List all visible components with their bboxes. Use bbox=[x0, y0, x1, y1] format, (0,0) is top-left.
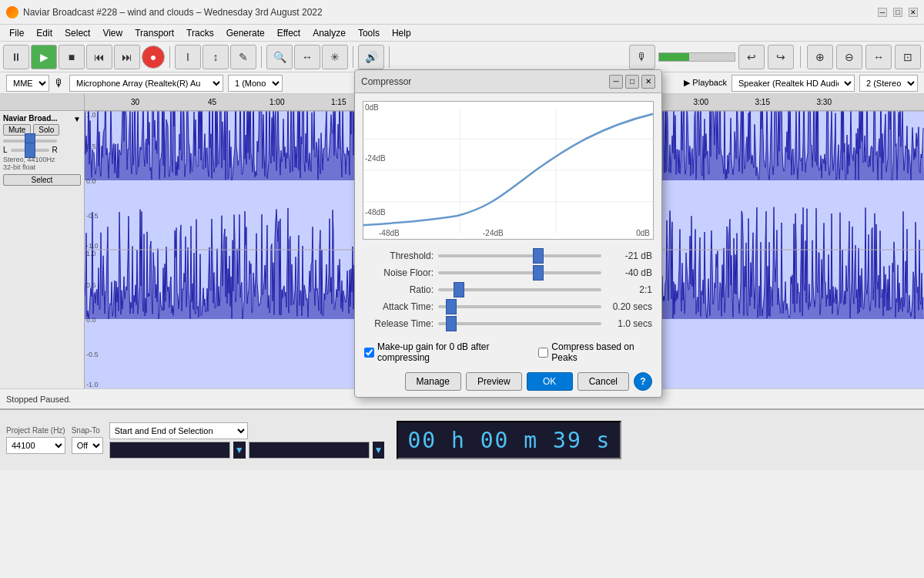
end-time-input[interactable]: 00 h 25 m 15.411 s bbox=[249, 442, 370, 459]
menu-edit[interactable]: Edit bbox=[30, 26, 59, 40]
play-button[interactable]: ▶ bbox=[31, 45, 57, 69]
zoom-selection[interactable]: ✳ bbox=[322, 45, 348, 69]
playback-label: ▶ Playback bbox=[684, 78, 727, 88]
skip-fwd-button[interactable]: ⏭ bbox=[114, 45, 140, 69]
undo-button[interactable]: ↩ bbox=[738, 45, 765, 69]
mic-device-select[interactable]: Microphone Array (Realtek(R) Au bbox=[69, 75, 223, 92]
graph-label-x-24db: -24dB bbox=[483, 229, 504, 237]
snap-to-label: Snap-To bbox=[72, 426, 103, 435]
select-button[interactable]: Select bbox=[3, 174, 81, 186]
menu-tools[interactable]: Tools bbox=[352, 26, 386, 40]
project-rate-section: Project Rate (Hz) 44100 bbox=[6, 426, 65, 454]
project-rate-label: Project Rate (Hz) bbox=[6, 426, 65, 435]
title-bar: Naviar Broadcast #228 – wind and clouds … bbox=[0, 0, 924, 25]
mic-icon[interactable]: 🎙 bbox=[629, 45, 655, 69]
ruler-tick-100: 1:00 bbox=[270, 98, 284, 106]
redo-button[interactable]: ↪ bbox=[768, 45, 794, 69]
preview-button[interactable]: Preview bbox=[466, 372, 522, 391]
audio-host-select[interactable]: MME bbox=[6, 75, 49, 92]
left-label: L bbox=[3, 146, 8, 154]
minimize-button[interactable]: ─ bbox=[878, 8, 887, 17]
track-lr: L R bbox=[3, 146, 81, 154]
zoom-track[interactable]: ⊡ bbox=[895, 45, 921, 69]
release-slider[interactable] bbox=[438, 322, 601, 325]
threshold-slider[interactable] bbox=[438, 254, 601, 257]
help-button[interactable]: ? bbox=[634, 372, 652, 391]
toolbar-separator-5 bbox=[800, 46, 801, 68]
bit-depth: 32-bit float bbox=[3, 163, 81, 171]
zoom-in[interactable]: 🔍 bbox=[266, 45, 293, 69]
ruler-spacer bbox=[0, 94, 85, 110]
graph-label-x-48db: -48dB bbox=[379, 229, 400, 237]
compressor-titlebar: Compressor ─ □ ✕ bbox=[355, 70, 661, 93]
compressor-controls: Threshold: -21 dB Noise Floor: -40 dB Ra… bbox=[355, 247, 661, 338]
noise-floor-slider[interactable] bbox=[438, 271, 601, 274]
graph-label-48db: -48dB bbox=[365, 208, 386, 217]
channels-select[interactable]: 1 (Mono bbox=[228, 75, 283, 92]
threshold-value: -21 dB bbox=[606, 250, 652, 261]
window-controls: ─ □ ✕ bbox=[878, 8, 918, 17]
menu-generate[interactable]: Generate bbox=[220, 26, 271, 40]
menu-view[interactable]: View bbox=[96, 26, 129, 40]
toolbar: ⏸ ▶ ■ ⏮ ⏭ ● I ↕ ✎ 🔍 ↔ ✳ 🔊 🎙 ↩ ↪ ⊕ ⊖ ↔ ⊡ bbox=[0, 42, 924, 72]
stop-button[interactable]: ■ bbox=[59, 45, 85, 69]
zoom-fit2[interactable]: ↔ bbox=[865, 45, 892, 69]
threshold-label: Threshold: bbox=[364, 250, 434, 261]
menu-help[interactable]: Help bbox=[386, 26, 417, 40]
menu-select[interactable]: Select bbox=[59, 26, 96, 40]
selection-section: Start and End of Selection 00 h 00 m 39.… bbox=[109, 422, 385, 459]
toolbar-separator-4 bbox=[389, 46, 390, 68]
bottom-bar: Project Rate (Hz) 44100 Snap-To Off Star… bbox=[0, 408, 924, 470]
time-separator-2: ▼ bbox=[373, 442, 385, 459]
big-time-display: 00 h 00 m 39 s bbox=[397, 421, 621, 459]
tool-draw[interactable]: ✎ bbox=[230, 45, 256, 69]
makeup-gain-checkbox[interactable] bbox=[364, 348, 374, 358]
menu-transport[interactable]: Transport bbox=[129, 26, 180, 40]
skip-back-button[interactable]: ⏮ bbox=[86, 45, 112, 69]
toolbar-separator-1 bbox=[169, 46, 170, 68]
ok-button[interactable]: OK bbox=[527, 372, 573, 391]
tool-envelope[interactable]: ↕ bbox=[203, 45, 229, 69]
noise-floor-value: -40 dB bbox=[606, 267, 652, 278]
pan-slider[interactable] bbox=[11, 149, 49, 152]
project-rate-select[interactable]: 44100 bbox=[6, 437, 65, 454]
compressor-close-btn[interactable]: ✕ bbox=[641, 75, 655, 89]
compressor-maximize-btn[interactable]: □ bbox=[625, 75, 639, 89]
compressor-title: Compressor bbox=[361, 76, 607, 87]
attack-label: Attack Time: bbox=[364, 301, 434, 312]
menu-analyze[interactable]: Analyze bbox=[306, 26, 352, 40]
makeup-gain-label: Make-up gain for 0 dB after compressing bbox=[377, 341, 529, 363]
zoom-out[interactable]: ⊖ bbox=[836, 45, 862, 69]
attack-slider[interactable] bbox=[438, 305, 601, 308]
volume-btn[interactable]: 🔊 bbox=[358, 45, 384, 69]
playback-device-select[interactable]: Speaker (Realtek HD Audio) bbox=[732, 75, 855, 92]
manage-button[interactable]: Manage bbox=[405, 372, 461, 391]
zoom-normal[interactable]: ⊕ bbox=[807, 45, 833, 69]
threshold-row: Threshold: -21 dB bbox=[364, 250, 652, 261]
tool-select[interactable]: I bbox=[175, 45, 201, 69]
close-button[interactable]: ✕ bbox=[909, 8, 918, 17]
menu-tracks[interactable]: Tracks bbox=[180, 26, 220, 40]
compressor-curve-svg bbox=[363, 102, 653, 239]
peaks-item: Compress based on Peaks bbox=[538, 341, 652, 363]
playback-channels-select[interactable]: 2 (Stereo bbox=[859, 75, 918, 92]
compressor-minimize-btn[interactable]: ─ bbox=[609, 75, 623, 89]
start-time-input[interactable]: 00 h 00 m 39.383 s bbox=[109, 442, 230, 459]
menu-file[interactable]: File bbox=[3, 26, 30, 40]
compress-peaks-checkbox[interactable] bbox=[538, 348, 548, 358]
zoom-fit[interactable]: ↔ bbox=[294, 45, 320, 69]
menu-effect[interactable]: Effect bbox=[271, 26, 306, 40]
ruler-tick-315: 3:15 bbox=[755, 98, 770, 106]
selection-times: 00 h 00 m 39.383 s ▼ 00 h 25 m 15.411 s … bbox=[109, 442, 385, 459]
cancel-button[interactable]: Cancel bbox=[578, 372, 629, 391]
snap-to-select[interactable]: Off bbox=[72, 437, 103, 454]
ruler-tick-300: 3:00 bbox=[694, 98, 708, 106]
window-title: Naviar Broadcast #228 – wind and clouds … bbox=[23, 7, 878, 18]
selection-type-select[interactable]: Start and End of Selection bbox=[109, 422, 248, 439]
record-button[interactable]: ● bbox=[142, 45, 165, 69]
track-menu-icon[interactable]: ▼ bbox=[73, 115, 81, 123]
ratio-slider[interactable] bbox=[438, 288, 601, 291]
menu-bar: File Edit Select View Transport Tracks G… bbox=[0, 25, 924, 42]
restore-button[interactable]: □ bbox=[893, 8, 902, 17]
pause-button[interactable]: ⏸ bbox=[3, 45, 29, 69]
